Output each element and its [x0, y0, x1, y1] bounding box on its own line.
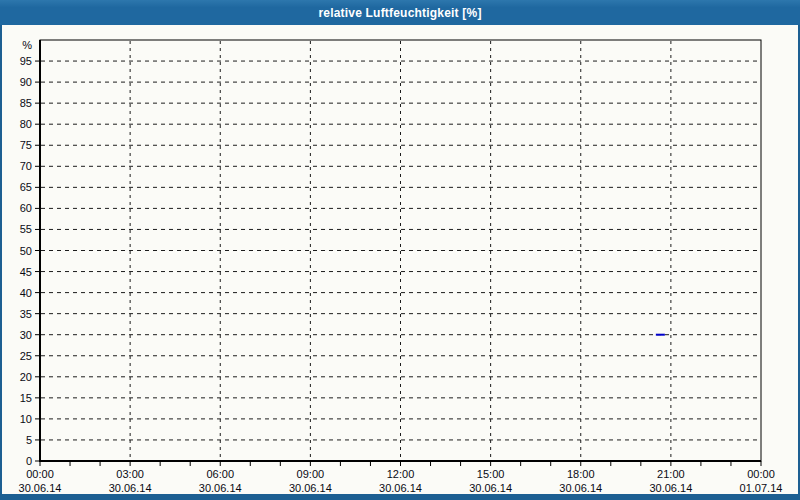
x-time-label: 21:00: [657, 468, 685, 480]
y-tick-label: 45: [20, 266, 32, 278]
x-date-label: 30.06.14: [649, 482, 692, 494]
y-tick-label: 90: [20, 76, 32, 88]
y-tick-label: 35: [20, 308, 32, 320]
window-title-bar: relative Luftfeuchtigkeit [%]: [0, 0, 800, 25]
y-tick-label: 25: [20, 350, 32, 362]
chart-plot-area: 05101520253035404550556065707580859095%0…: [0, 25, 800, 494]
x-time-label: 12:00: [387, 468, 415, 480]
y-tick-label: 50: [20, 245, 32, 257]
x-time-label: 18:00: [567, 468, 595, 480]
y-tick-label: 10: [20, 413, 32, 425]
y-tick-label: 0: [26, 455, 32, 467]
y-tick-label: 60: [20, 202, 32, 214]
y-tick-label: 30: [20, 329, 32, 341]
x-date-label: 30.06.14: [199, 482, 242, 494]
y-tick-label: 95: [20, 55, 32, 67]
y-tick-label: 55: [20, 223, 32, 235]
chart-title: relative Luftfeuchtigkeit [%]: [318, 6, 481, 20]
y-axis-unit-label: %: [22, 39, 32, 51]
x-time-label: 00:00: [747, 468, 775, 480]
y-tick-label: 40: [20, 287, 32, 299]
y-tick-label: 85: [20, 97, 32, 109]
x-date-label: 30.06.14: [469, 482, 512, 494]
x-time-label: 06:00: [206, 468, 234, 480]
window-border-left: [0, 25, 2, 500]
x-date-label: 30.06.14: [19, 482, 62, 494]
window-border-bottom: [0, 494, 800, 500]
x-date-label: 30.06.14: [379, 482, 422, 494]
x-date-label: 01.07.14: [740, 482, 783, 494]
y-tick-label: 15: [20, 392, 32, 404]
x-date-label: 30.06.14: [559, 482, 602, 494]
y-tick-label: 75: [20, 139, 32, 151]
y-tick-label: 20: [20, 371, 32, 383]
x-time-label: 03:00: [116, 468, 144, 480]
y-tick-label: 80: [20, 118, 32, 130]
y-tick-label: 65: [20, 181, 32, 193]
y-tick-label: 70: [20, 160, 32, 172]
x-date-label: 30.06.14: [289, 482, 332, 494]
x-time-label: 09:00: [297, 468, 325, 480]
chart-window: relative Luftfeuchtigkeit [%] 0510152025…: [0, 0, 800, 500]
x-time-label: 00:00: [26, 468, 54, 480]
y-tick-label: 5: [26, 434, 32, 446]
humidity-chart: 05101520253035404550556065707580859095%0…: [0, 25, 800, 494]
x-date-label: 30.06.14: [109, 482, 152, 494]
x-time-label: 15:00: [477, 468, 505, 480]
